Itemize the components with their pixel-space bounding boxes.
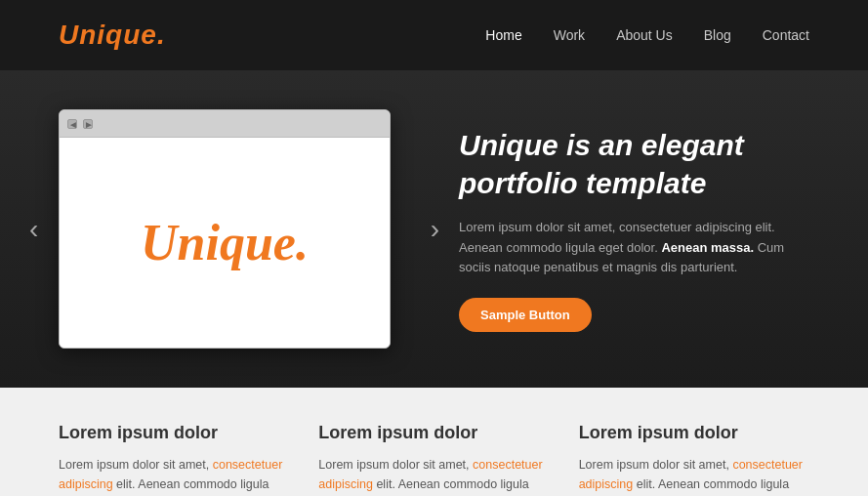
logo: Unique.: [59, 20, 166, 51]
nav-work[interactable]: Work: [554, 27, 585, 43]
header: Unique. Home Work About Us Blog Contact: [0, 0, 868, 70]
nav-blog[interactable]: Blog: [704, 27, 731, 43]
hero-logo-dot: .: [296, 215, 309, 270]
feature-2-title: Lorem ipsum dolor: [318, 423, 549, 443]
carousel-prev-arrow[interactable]: ‹: [29, 214, 38, 245]
hero-logo-text: Unique: [141, 215, 296, 270]
nav-home[interactable]: Home: [485, 27, 521, 43]
feature-3-text: Lorem ipsum dolor sit amet, consectetuer…: [579, 455, 809, 496]
hero-desc-bold: Aenean massa.: [661, 240, 754, 255]
features-section: Lorem ipsum dolor Lorem ipsum dolor sit …: [0, 388, 868, 496]
browser-mockup: ◄ ► Unique.: [59, 109, 391, 349]
hero-title: Unique is an elegant portfolio template: [459, 126, 809, 202]
hero-logo: Unique.: [141, 214, 309, 271]
carousel-next-arrow[interactable]: ›: [431, 214, 439, 245]
feature-1-text: Lorem ipsum dolor sit amet, consectetuer…: [59, 455, 289, 496]
feature-2-text: Lorem ipsum dolor sit amet, consectetuer…: [318, 455, 549, 496]
nav-about-us[interactable]: About Us: [616, 27, 673, 43]
feature-col-1: Lorem ipsum dolor Lorem ipsum dolor sit …: [59, 423, 289, 496]
hero-section: ‹ ◄ ► Unique. › Unique is an elegant por…: [0, 70, 868, 388]
logo-text: Unique: [59, 20, 157, 50]
browser-content: Unique.: [60, 138, 390, 348]
logo-dot: .: [157, 20, 166, 50]
feature-col-2: Lorem ipsum dolor Lorem ipsum dolor sit …: [318, 423, 549, 496]
browser-forward-btn[interactable]: ►: [83, 119, 93, 129]
feature-col-3: Lorem ipsum dolor Lorem ipsum dolor sit …: [579, 423, 809, 496]
feature-1-title: Lorem ipsum dolor: [59, 423, 289, 443]
feature-3-title: Lorem ipsum dolor: [579, 423, 809, 443]
browser-toolbar: ◄ ►: [60, 110, 390, 138]
main-nav: Home Work About Us Blog Contact: [485, 27, 809, 43]
nav-contact[interactable]: Contact: [763, 27, 809, 43]
hero-description: Lorem ipsum dolor sit amet, consectetuer…: [459, 218, 809, 278]
hero-content: Unique is an elegant portfolio template …: [410, 126, 809, 332]
browser-back-btn[interactable]: ◄: [67, 119, 77, 129]
sample-button[interactable]: Sample Button: [459, 298, 592, 332]
hero-browser: ‹ ◄ ► Unique. ›: [59, 109, 410, 349]
